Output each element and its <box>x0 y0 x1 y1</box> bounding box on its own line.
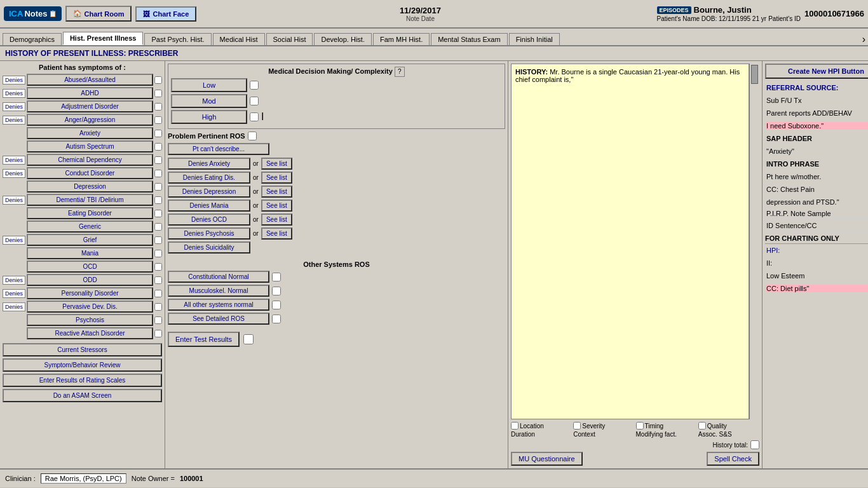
ros-deny-mania-button[interactable]: Denies Mania <box>168 200 250 212</box>
chart-room-button[interactable]: 🏠 Chart Room <box>65 6 132 22</box>
symptom-btn-grief[interactable]: Grief <box>27 234 153 246</box>
denies-dementia[interactable]: Denies <box>3 196 25 205</box>
pt-cant-describe-button[interactable]: Pt can't describe... <box>168 143 269 155</box>
denies-adhd[interactable]: Denies <box>3 89 25 98</box>
enter-rating-scales-button[interactable]: Enter Results of Rating Scales <box>3 374 162 387</box>
symptom-btn-anger[interactable]: Anger/Aggression <box>27 114 153 126</box>
symptom-check-conduct[interactable] <box>154 170 162 177</box>
see-list-psychosis-button[interactable]: See list <box>261 227 292 240</box>
spell-check-button[interactable]: Spell Check <box>707 452 759 466</box>
ros-deny-suicidality-button[interactable]: Denies Suicidality <box>168 241 250 254</box>
symptom-btn-generic[interactable]: Generic <box>27 220 153 233</box>
see-list-anxiety-button[interactable]: See list <box>261 158 292 170</box>
mdm-low-checkbox[interactable] <box>250 81 259 90</box>
symptom-btn-mania[interactable]: Mania <box>27 247 153 259</box>
quality-checkbox[interactable] <box>698 422 706 430</box>
enter-test-checkbox[interactable] <box>243 334 254 344</box>
other-sys-all-checkbox[interactable] <box>272 301 281 309</box>
tab-medical-hist[interactable]: Medical Hist <box>213 33 265 45</box>
symptom-check-eating[interactable] <box>154 210 162 217</box>
mdm-low-button[interactable]: Low <box>171 78 247 92</box>
symptom-btn-chemical[interactable]: Chemical Dependency <box>27 154 153 166</box>
mdm-mod-button[interactable]: Mod <box>171 94 247 108</box>
mdm-high-button[interactable]: High <box>171 110 247 124</box>
chart-face-button[interactable]: 🖼 Chart Face <box>135 6 196 22</box>
create-hpi-button[interactable]: Create New HPI Button <box>765 64 868 79</box>
symptom-btn-reactive[interactable]: Reactive Attach Disorder <box>27 327 153 339</box>
denies-personality[interactable]: Denies <box>3 289 25 298</box>
other-sys-all-button[interactable]: All other systems normal <box>168 299 269 311</box>
symptom-check-pervasive[interactable] <box>154 303 162 311</box>
symptom-btn-pervasive[interactable]: Pervasive Dev. Dis. <box>27 301 153 313</box>
symptom-btn-dementia[interactable]: Dementia/ TBI /Delirium <box>27 194 153 206</box>
enter-test-button[interactable]: Enter Test Results <box>168 332 240 347</box>
history-text-area[interactable]: HISTORY: Mr. Bourne is a single Caucasia… <box>511 64 749 419</box>
denies-chemical[interactable]: Denies <box>3 156 25 165</box>
symptom-check-abused[interactable] <box>154 76 162 84</box>
see-list-depression-button[interactable]: See list <box>261 186 292 198</box>
symptom-btn-odd[interactable]: ODD <box>27 274 153 286</box>
symptom-check-grief[interactable] <box>154 236 162 244</box>
symptom-check-odd[interactable] <box>154 276 162 284</box>
asam-screen-button[interactable]: Do an ASAM Screen <box>3 389 162 402</box>
symptom-btn-adhd[interactable]: ADHD <box>27 87 153 99</box>
symptom-behavior-review-button[interactable]: Symptom/Behavior Review <box>3 358 162 372</box>
see-list-mania-button[interactable]: See list <box>261 200 292 212</box>
history-total-checkbox[interactable] <box>750 440 759 449</box>
scroll-right-icon[interactable]: › <box>862 34 865 45</box>
symptom-btn-psychosis[interactable]: Psychosis <box>27 314 153 326</box>
location-checkbox[interactable] <box>511 422 519 430</box>
mdm-help-icon[interactable]: ? <box>395 67 405 77</box>
symptom-check-depression[interactable] <box>154 183 162 191</box>
symptom-btn-anxiety[interactable]: Anxiety <box>27 127 153 139</box>
tab-demographics[interactable]: Demographics <box>3 33 62 45</box>
current-stressors-button[interactable]: Current Stressors <box>3 343 162 356</box>
symptom-check-mania[interactable] <box>154 250 162 257</box>
symptom-check-anxiety[interactable] <box>154 130 162 137</box>
denies-conduct[interactable]: Denies <box>3 169 25 178</box>
symptom-btn-personality[interactable]: Personality Disorder <box>27 287 153 299</box>
symptom-check-psychosis[interactable] <box>154 316 162 324</box>
see-list-ocd-button[interactable]: See list <box>261 214 292 226</box>
tab-social-hist[interactable]: Social Hist <box>266 33 313 45</box>
ros-deny-psychosis-button[interactable]: Denies Psychosis <box>168 227 250 240</box>
symptom-check-reactive[interactable] <box>154 330 162 337</box>
other-sys-constitutional-checkbox[interactable] <box>272 273 281 281</box>
other-sys-constitutional-button[interactable]: Constitutional Normal <box>168 271 269 283</box>
denies-abused[interactable]: Denies <box>3 76 25 85</box>
mu-questionnaire-button[interactable]: MU Questionnaire <box>511 452 583 466</box>
other-sys-musculo-checkbox[interactable] <box>272 287 281 295</box>
symptom-btn-ocd[interactable]: OCD <box>27 261 153 273</box>
tab-fam-mh-hist[interactable]: Fam MH Hist. <box>373 33 430 45</box>
other-sys-detailed-checkbox[interactable] <box>272 315 281 323</box>
history-scrollbar[interactable] <box>749 64 759 419</box>
symptom-check-chemical[interactable] <box>154 156 162 164</box>
mdm-mod-checkbox[interactable] <box>250 97 259 105</box>
symptom-btn-conduct[interactable]: Conduct Disorder <box>27 167 153 179</box>
tab-hist-present-illness[interactable]: Hist. Present Illness <box>63 32 144 45</box>
ros-deny-ocd-button[interactable]: Denies OCD <box>168 214 250 226</box>
severity-checkbox[interactable] <box>573 422 581 430</box>
tab-finish-initial[interactable]: Finish Initial <box>509 33 560 45</box>
other-sys-detailed-button[interactable]: See Detailed ROS <box>168 313 269 325</box>
prob-ros-checkbox[interactable] <box>248 132 257 140</box>
ros-deny-depression-button[interactable]: Denies Depression <box>168 186 250 198</box>
denies-odd[interactable]: Denies <box>3 276 25 285</box>
denies-grief[interactable]: Denies <box>3 236 25 245</box>
symptom-check-personality[interactable] <box>154 290 162 297</box>
symptom-btn-eating[interactable]: Eating Disorder <box>27 207 153 219</box>
timing-checkbox[interactable] <box>636 422 644 430</box>
denies-adjustment[interactable]: Denies <box>3 102 25 111</box>
symptom-check-adhd[interactable] <box>154 90 162 97</box>
see-list-eating-button[interactable]: See list <box>261 172 292 184</box>
ros-deny-anxiety-button[interactable]: Denies Anxiety <box>168 158 250 170</box>
symptom-check-generic[interactable] <box>154 223 162 231</box>
symptom-btn-adjustment[interactable]: Adjustment Disorder <box>27 100 153 112</box>
mdm-high-checkbox[interactable] <box>250 112 259 121</box>
symptom-btn-abused[interactable]: Abused/Assaulted <box>27 74 153 86</box>
tab-past-psych-hist[interactable]: Past Psych. Hist. <box>144 33 211 45</box>
symptom-btn-depression[interactable]: Depression <box>27 180 153 193</box>
symptom-check-ocd[interactable] <box>154 263 162 271</box>
symptom-check-dementia[interactable] <box>154 196 162 204</box>
symptom-check-adjustment[interactable] <box>154 103 162 111</box>
